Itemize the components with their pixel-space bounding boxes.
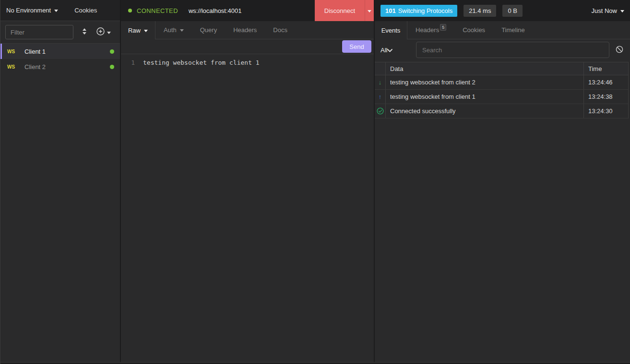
client-name: Client 1 <box>24 48 46 55</box>
tab-label: Events <box>381 27 401 34</box>
url-input[interactable]: ws://localhost:4001 <box>189 7 242 14</box>
connected-dot-icon <box>128 9 132 12</box>
request-topbar: CONNECTED ws://localhost:4001 Disconnect <box>121 0 374 21</box>
response-topbar: 101 Switching Protocols 21.4 ms 0 B Just… <box>375 0 630 21</box>
sidebar-filter-row <box>0 21 120 44</box>
disconnect-label: Disconnect <box>315 0 365 21</box>
icon-cell: ↓ <box>375 75 386 89</box>
request-panel: CONNECTED ws://localhost:4001 Disconnect… <box>121 0 375 362</box>
events-table-header: Data Time <box>375 62 628 75</box>
status-badge: 101 Switching Protocols <box>380 5 457 17</box>
tab-label: Auth <box>164 26 177 34</box>
chevron-down-icon <box>368 10 371 12</box>
tab-label: Docs <box>273 26 287 34</box>
tab-label: Query <box>200 26 217 34</box>
data-column-header: Data <box>386 62 584 75</box>
tab-headers[interactable]: Headers <box>225 21 265 39</box>
check-circle-icon <box>377 107 384 115</box>
event-time-cell: 13:24:46 <box>584 75 628 89</box>
plus-circle-icon <box>96 27 105 37</box>
event-data-cell: Connected successfully <box>386 104 584 118</box>
arrow-up-icon: ↑ <box>379 93 382 100</box>
chevron-down-icon <box>144 30 148 32</box>
event-time-cell: 13:24:30 <box>584 104 628 118</box>
headers-count-badge: 5 <box>440 24 446 31</box>
event-row-sent[interactable]: ↑ testing websocket from client 1 13:24:… <box>375 90 628 104</box>
sidebar-topbar: No Environment Cookies <box>0 0 120 21</box>
response-time-chip: 21.4 ms <box>464 5 496 17</box>
events-filter-row: All <box>375 39 630 60</box>
websocket-client-app: No Environment Cookies <box>0 0 630 364</box>
events-table: Data Time ↓ testing websocket from clien… <box>375 62 629 118</box>
chevron-down-icon <box>107 32 111 34</box>
response-size-chip: 0 B <box>502 5 523 17</box>
bottom-edge <box>0 362 630 364</box>
tab-label: Raw <box>128 27 141 34</box>
clear-events-button[interactable] <box>616 46 623 55</box>
icon-cell: ↑ <box>375 90 386 104</box>
tab-response-cookies[interactable]: Cookies <box>454 21 493 39</box>
arrow-down-icon: ↓ <box>379 79 382 86</box>
chevron-down-icon <box>387 47 396 54</box>
response-tabs-rest: Headers 5 Cookies Timeline <box>407 21 630 39</box>
event-row-connected[interactable]: Connected successfully 13:24:30 <box>375 104 628 118</box>
sidebar-item-client-1[interactable]: WS Client 1 <box>0 44 120 59</box>
response-tabs: Events Headers 5 Cookies Timeline <box>375 21 630 39</box>
tab-raw[interactable]: Raw <box>121 21 155 39</box>
filter-input[interactable] <box>5 25 73 39</box>
tab-label: Headers <box>233 26 257 34</box>
event-time-cell: 13:24:38 <box>584 90 628 104</box>
event-data-cell: testing websocket from client 1 <box>386 90 584 104</box>
add-client-button[interactable] <box>96 27 111 37</box>
sidebar: No Environment Cookies <box>0 0 121 362</box>
request-tabs-rest: Auth Query Headers Docs <box>155 21 374 39</box>
event-data-cell: testing websocket from client 2 <box>386 75 584 89</box>
sort-icon <box>82 28 87 36</box>
time-column-header: Time <box>584 62 628 75</box>
event-type-value: All <box>380 47 387 54</box>
event-row-received[interactable]: ↓ testing websocket from client 2 13:24:… <box>375 75 628 90</box>
sidebar-item-client-2[interactable]: WS Client 2 <box>0 59 120 74</box>
main-area: No Environment Cookies <box>0 0 630 362</box>
chevron-down-icon <box>54 10 58 12</box>
tab-response-headers[interactable]: Headers 5 <box>407 21 454 39</box>
disconnect-options-caret[interactable] <box>365 0 374 21</box>
sort-button[interactable] <box>82 28 87 36</box>
icon-column-header <box>375 62 386 75</box>
editor-content: testing websocket from client 1 <box>143 58 260 362</box>
tab-label: Headers <box>416 26 439 34</box>
connection-status-label: CONNECTED <box>137 7 178 14</box>
tab-docs[interactable]: Docs <box>265 21 296 39</box>
ws-protocol-tag: WS <box>7 49 24 54</box>
chevron-down-icon <box>180 29 184 32</box>
environment-label: No Environment <box>6 7 51 14</box>
send-button[interactable]: Send <box>342 40 371 53</box>
ws-protocol-tag: WS <box>7 64 24 70</box>
chevron-down-icon <box>620 10 624 12</box>
connection-status-dot <box>110 65 114 69</box>
tab-timeline[interactable]: Timeline <box>493 21 533 39</box>
status-text: Switching Protocols <box>398 7 452 14</box>
tab-events[interactable]: Events <box>375 21 407 39</box>
client-name: Client 2 <box>24 63 46 70</box>
event-type-select[interactable]: All <box>380 47 412 54</box>
environment-selector[interactable]: No Environment <box>6 7 58 14</box>
response-age-dropdown[interactable]: Just Now <box>592 7 624 14</box>
tab-auth[interactable]: Auth <box>155 21 192 39</box>
tab-label: Timeline <box>501 26 525 34</box>
tab-query[interactable]: Query <box>192 21 225 39</box>
connection-status-dot <box>110 49 114 54</box>
request-tabs: Raw Auth Query Headers Docs <box>121 21 374 39</box>
line-number: 1 <box>121 58 143 362</box>
icon-cell <box>375 104 386 118</box>
search-input[interactable] <box>416 42 609 58</box>
send-toolbar: Send <box>121 39 374 54</box>
response-age-label: Just Now <box>592 7 617 14</box>
disconnect-button[interactable]: Disconnect <box>315 0 374 21</box>
status-code: 101 <box>385 7 396 14</box>
message-editor[interactable]: 1 testing websocket from client 1 <box>121 54 374 362</box>
cookies-button[interactable]: Cookies <box>74 7 97 14</box>
response-panel: 101 Switching Protocols 21.4 ms 0 B Just… <box>375 0 630 362</box>
tab-label: Cookies <box>463 26 485 34</box>
ban-icon <box>616 46 623 55</box>
